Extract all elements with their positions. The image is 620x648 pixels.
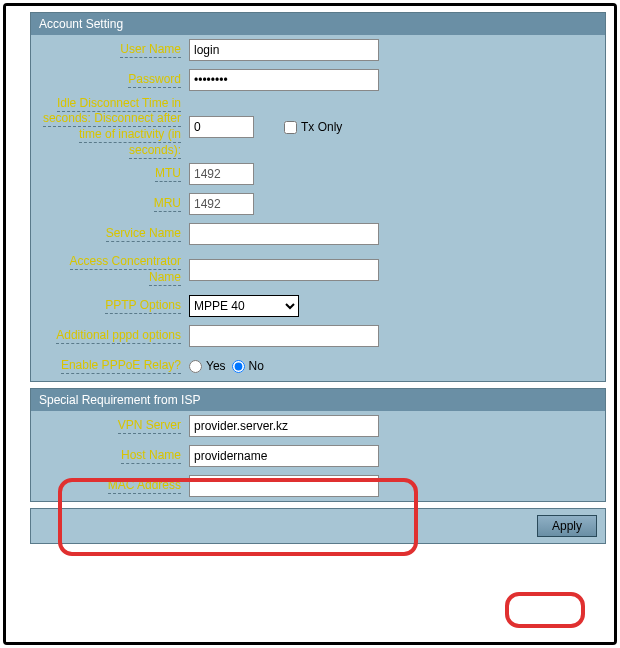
txonly-checkbox-label[interactable]: Tx Only — [284, 120, 342, 134]
host-name-label: Host Name — [121, 448, 181, 464]
mtu-label: MTU — [155, 166, 181, 182]
pppoe-relay-label: Enable PPPoE Relay? — [61, 358, 181, 374]
relay-yes-radio[interactable] — [189, 360, 202, 373]
username-label: User Name — [120, 42, 181, 58]
password-input[interactable] — [189, 69, 379, 91]
vpn-server-label: VPN Server — [118, 418, 181, 434]
settings-scroll[interactable]: Account Setting User Name Password Idle … — [6, 6, 614, 642]
host-name-input[interactable] — [189, 445, 379, 467]
service-name-input — [189, 223, 379, 245]
isp-header: Special Requirement from ISP — [31, 389, 605, 411]
mru-label: MRU — [154, 196, 181, 212]
ac-name-input — [189, 259, 379, 281]
account-setting-header: Account Setting — [31, 13, 605, 35]
apply-button[interactable]: Apply — [537, 515, 597, 537]
button-row: Apply — [30, 508, 606, 544]
isp-section: Special Requirement from ISP VPN Server … — [30, 388, 606, 502]
relay-yes-label[interactable]: Yes — [189, 359, 226, 373]
pptp-options-select[interactable]: MPPE 40 — [189, 295, 299, 317]
mtu-input — [189, 163, 254, 185]
pppd-options-label: Additional pppd options — [56, 328, 181, 344]
mac-address-input — [189, 475, 379, 497]
idle-label: Idle Disconnect Time in seconds: Disconn… — [43, 96, 181, 159]
pptp-options-label: PPTP Options — [105, 298, 181, 314]
txonly-checkbox[interactable] — [284, 121, 297, 134]
password-label: Password — [128, 72, 181, 88]
relay-no-radio[interactable] — [232, 360, 245, 373]
mac-address-label: MAC Address — [108, 478, 181, 494]
username-input[interactable] — [189, 39, 379, 61]
txonly-text: Tx Only — [301, 120, 342, 134]
relay-no-label[interactable]: No — [232, 359, 264, 373]
ac-name-label: Access Concentrator Name — [70, 254, 181, 286]
account-setting-section: Account Setting User Name Password Idle … — [30, 12, 606, 382]
mru-input — [189, 193, 254, 215]
vpn-server-input[interactable] — [189, 415, 379, 437]
pppd-options-input[interactable] — [189, 325, 379, 347]
idle-input[interactable] — [189, 116, 254, 138]
service-name-label: Service Name — [106, 226, 181, 242]
